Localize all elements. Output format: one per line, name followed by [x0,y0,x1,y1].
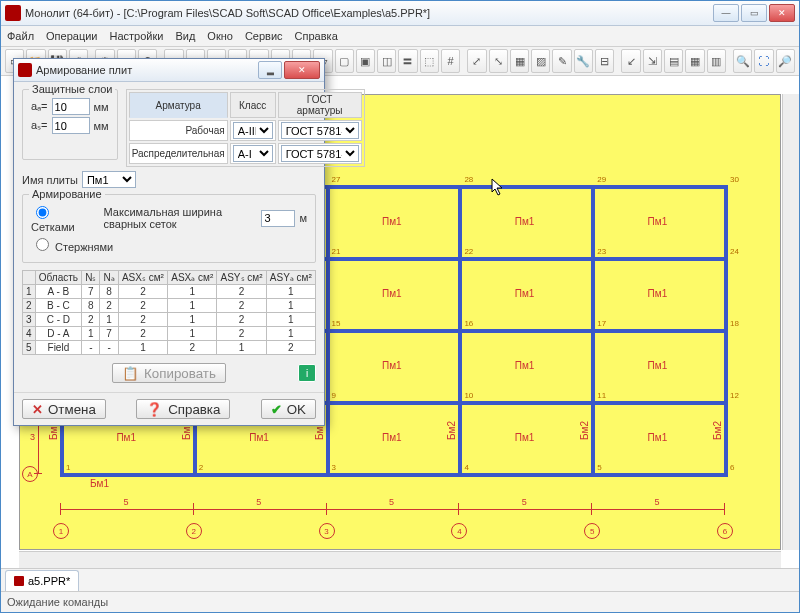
radio-rod[interactable]: Стержнями [31,235,113,253]
table-header[interactable]: Область [35,271,82,285]
table-cell[interactable]: 2 [118,313,167,327]
tool-cross-icon[interactable]: # [441,49,460,73]
tab-armatura[interactable]: Арматура [129,92,228,118]
table-cell[interactable]: 2 [217,313,266,327]
table-header[interactable]: ASXₐ см² [168,271,217,285]
table-cell[interactable]: 5 [23,341,36,355]
table-cell[interactable]: D - A [35,327,82,341]
menu-view[interactable]: Вид [175,30,195,42]
dialog-titlebar[interactable]: Армирование плит ▂ ✕ [14,59,324,82]
table-header[interactable]: ASYₛ см² [217,271,266,285]
dialog-minimize-button[interactable]: ▂ [258,61,282,79]
distrib-class-select[interactable]: A-I [233,145,273,162]
table-row[interactable]: 2B - C822121 [23,299,316,313]
table-cell[interactable]: 1 [168,285,217,299]
table-cell[interactable]: B - C [35,299,82,313]
table-cell[interactable]: 2 [168,341,217,355]
tool-plate3-icon[interactable]: ◫ [377,49,396,73]
radio-mesh[interactable]: Сетками [31,203,85,233]
tab-gost[interactable]: ГОСТ арматуры [278,92,362,118]
table-row[interactable]: 3C - D212121 [23,313,316,327]
close-button[interactable]: ✕ [769,4,795,22]
tool-zoom-in-icon[interactable]: 🔍 [733,49,752,73]
table-cell[interactable]: 1 [23,285,36,299]
table-cell[interactable]: 2 [100,299,118,313]
table-cell[interactable]: 1 [217,341,266,355]
tool-plate1-icon[interactable]: ▢ [335,49,354,73]
tool-plate2-icon[interactable]: ▣ [356,49,375,73]
table-header[interactable] [23,271,36,285]
menu-window[interactable]: Окно [207,30,233,42]
table-cell[interactable]: 1 [168,327,217,341]
table-cell[interactable]: - [82,341,100,355]
maximize-button[interactable]: ▭ [741,4,767,22]
reinforcement-table[interactable]: ОбластьNₛNₐASXₛ см²ASXₐ см²ASYₛ см²ASYₐ … [22,270,316,355]
ok-button[interactable]: ✔OK [261,399,316,419]
menu-file[interactable]: Файл [7,30,34,42]
table-cell[interactable]: 1 [82,327,100,341]
table-cell[interactable]: 2 [118,327,167,341]
tool-result5-icon[interactable]: ▥ [707,49,726,73]
table-cell[interactable]: A - B [35,285,82,299]
tool-view3-icon[interactable]: ▦ [510,49,529,73]
tool-zoom-fit-icon[interactable]: ⛶ [754,49,773,73]
copy-button[interactable]: 📋Копировать [112,363,226,383]
tool-zoom-out-icon[interactable]: 🔎 [776,49,795,73]
distrib-gost-select[interactable]: ГОСТ 5781-82 [281,145,359,162]
table-cell[interactable]: 8 [100,285,118,299]
table-row[interactable]: 1A - B782121 [23,285,316,299]
table-cell[interactable]: 7 [100,327,118,341]
table-cell[interactable]: 1 [168,299,217,313]
table-cell[interactable]: 7 [82,285,100,299]
table-cell[interactable]: 1 [266,313,315,327]
tool-view5-icon[interactable]: ✎ [552,49,571,73]
cover-top-input[interactable] [52,117,90,134]
working-class-select[interactable]: A-III [233,122,273,139]
tool-view2-icon[interactable]: ⤡ [489,49,508,73]
tool-view7-icon[interactable]: ⊟ [595,49,614,73]
table-cell[interactable]: 1 [266,285,315,299]
table-cell[interactable]: - [100,341,118,355]
table-header[interactable]: Nₐ [100,271,118,285]
table-cell[interactable]: 2 [217,299,266,313]
table-cell[interactable]: 1 [266,299,315,313]
table-cell[interactable]: 2 [118,285,167,299]
table-cell[interactable]: 1 [100,313,118,327]
table-cell[interactable]: 8 [82,299,100,313]
table-header[interactable]: Nₛ [82,271,100,285]
document-tab[interactable]: a5.PPR* [5,570,79,591]
table-cell[interactable]: 4 [23,327,36,341]
table-cell[interactable]: 2 [217,285,266,299]
minimize-button[interactable]: — [713,4,739,22]
tool-result1-icon[interactable]: ↙ [621,49,640,73]
tool-result3-icon[interactable]: ▤ [664,49,683,73]
table-cell[interactable]: C - D [35,313,82,327]
table-cell[interactable]: 2 [82,313,100,327]
tool-result2-icon[interactable]: ⇲ [643,49,662,73]
table-cell[interactable]: 1 [266,327,315,341]
table-cell[interactable]: 2 [118,299,167,313]
menu-operations[interactable]: Операции [46,30,97,42]
table-row[interactable]: 5Field--1212 [23,341,316,355]
cover-bottom-input[interactable] [52,98,90,115]
tool-view4-icon[interactable]: ▨ [531,49,550,73]
table-header[interactable]: ASYₐ см² [266,271,315,285]
table-cell[interactable]: 2 [217,327,266,341]
tool-result4-icon[interactable]: ▦ [685,49,704,73]
menu-service[interactable]: Сервис [245,30,283,42]
working-gost-select[interactable]: ГОСТ 5781-82 [281,122,359,139]
info-icon[interactable]: i [298,364,316,382]
mesh-width-input[interactable] [261,210,295,227]
table-cell[interactable]: 3 [23,313,36,327]
horizontal-scrollbar[interactable] [19,551,781,568]
menu-help[interactable]: Справка [295,30,338,42]
tool-view6-icon[interactable]: 🔧 [574,49,593,73]
table-cell[interactable]: 1 [118,341,167,355]
tool-view1-icon[interactable]: ⤢ [467,49,486,73]
tool-purlin-icon[interactable]: 〓 [398,49,417,73]
dialog-close-button[interactable]: ✕ [284,61,320,79]
vertical-scrollbar[interactable] [782,94,799,550]
tab-class[interactable]: Класс [230,92,276,118]
cancel-button[interactable]: ✕Отмена [22,399,106,419]
menu-settings[interactable]: Настройки [110,30,164,42]
